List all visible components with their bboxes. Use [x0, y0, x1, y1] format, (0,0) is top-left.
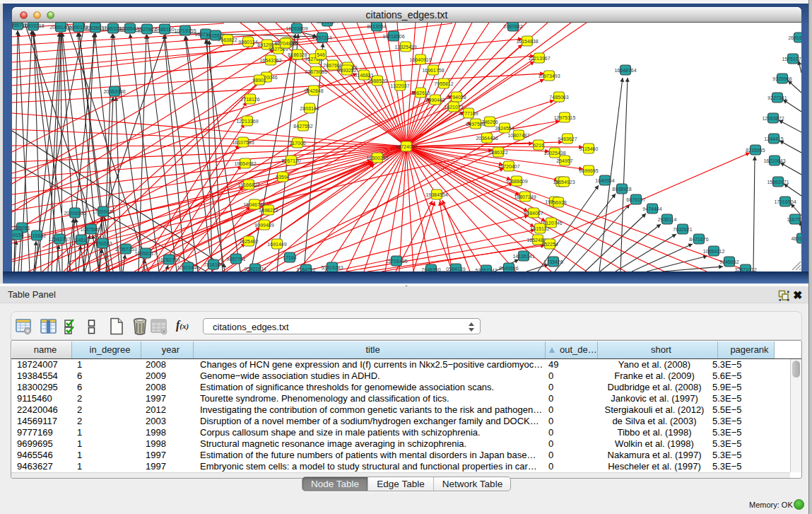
svg-text:14136141: 14136141 — [512, 254, 534, 259]
svg-text:53419283: 53419283 — [321, 265, 343, 270]
svg-text:12213967: 12213967 — [528, 56, 550, 61]
svg-text:10958117: 10958117 — [135, 251, 157, 256]
svg-text:17164: 17164 — [283, 255, 297, 260]
svg-text:1621072: 1621072 — [444, 105, 463, 110]
svg-text:7625402: 7625402 — [239, 239, 258, 244]
svg-text:2087682: 2087682 — [503, 24, 522, 29]
svg-text:23675685: 23675685 — [305, 69, 326, 74]
svg-text:16046788: 16046788 — [243, 202, 265, 207]
svg-text:9227341: 9227341 — [767, 95, 787, 100]
svg-text:1691449: 1691449 — [267, 242, 286, 247]
svg-text:10807487: 10807487 — [507, 133, 529, 138]
svg-text:16543362: 16543362 — [259, 58, 281, 63]
svg-text:9699695: 9699695 — [579, 168, 598, 173]
svg-text:7857224: 7857224 — [312, 35, 331, 40]
svg-text:9099489: 9099489 — [254, 223, 273, 228]
svg-text:95931034: 95931034 — [244, 267, 266, 271]
svg-text:252254: 252254 — [541, 242, 558, 247]
svg-text:3498222: 3498222 — [259, 208, 278, 213]
svg-text:26916697: 26916697 — [788, 35, 801, 40]
svg-text:8849696: 8849696 — [499, 266, 518, 271]
svg-text:48018451: 48018451 — [791, 236, 801, 241]
svg-text:15716485: 15716485 — [385, 259, 407, 264]
svg-text:546: 546 — [317, 52, 325, 57]
svg-text:10433218: 10433218 — [22, 23, 44, 28]
svg-text:8813054: 8813054 — [367, 24, 386, 29]
svg-text:18300295: 18300295 — [366, 156, 388, 160]
svg-text:0564139: 0564139 — [446, 267, 465, 271]
svg-text:1640954: 1640954 — [595, 178, 614, 183]
svg-text:1362615: 1362615 — [411, 90, 430, 95]
svg-text:7632621: 7632621 — [673, 227, 692, 232]
svg-text:1244415: 1244415 — [764, 136, 783, 141]
svg-text:20206535: 20206535 — [64, 211, 86, 216]
svg-text:2588520: 2588520 — [367, 78, 387, 83]
svg-text:16648764: 16648764 — [614, 68, 636, 73]
svg-text:12923446: 12923446 — [177, 265, 199, 270]
svg-text:317006: 317006 — [289, 141, 305, 146]
svg-text:254957: 254957 — [556, 158, 572, 163]
svg-text:9115460: 9115460 — [579, 146, 599, 151]
svg-text:12213369: 12213369 — [236, 119, 258, 124]
svg-text:20053346: 20053346 — [103, 89, 125, 94]
svg-text:19166827: 19166827 — [237, 182, 259, 187]
svg-text:11615594: 11615594 — [317, 23, 339, 24]
svg-text:53767242: 53767242 — [475, 268, 497, 272]
svg-text:6794028: 6794028 — [447, 95, 466, 100]
svg-text:7886322: 7886322 — [488, 150, 507, 155]
svg-text:8215955: 8215955 — [746, 148, 765, 153]
svg-text:2803144: 2803144 — [300, 106, 319, 111]
svg-text:756928: 756928 — [550, 200, 566, 205]
svg-text:15720407: 15720407 — [498, 164, 519, 169]
svg-text:98901: 98901 — [252, 78, 266, 83]
svg-text:18807249: 18807249 — [514, 194, 536, 199]
svg-text:12975115: 12975115 — [554, 115, 576, 120]
svg-text:16107553: 16107553 — [232, 140, 254, 145]
svg-text:15692971: 15692971 — [767, 180, 789, 185]
svg-text:53594: 53594 — [276, 175, 290, 180]
svg-text:19384554: 19384554 — [425, 192, 447, 197]
svg-text:10688609: 10688609 — [505, 179, 527, 184]
svg-text:2935114: 2935114 — [658, 217, 677, 222]
svg-text:9329966: 9329966 — [772, 76, 792, 81]
svg-text:20364436: 20364436 — [476, 136, 498, 141]
svg-text:9245652: 9245652 — [719, 259, 739, 264]
svg-text:8267130: 8267130 — [281, 158, 300, 163]
svg-text:1615132: 1615132 — [530, 226, 549, 231]
svg-text:7485063: 7485063 — [549, 95, 568, 100]
svg-text:10973493: 10973493 — [538, 74, 560, 78]
svg-text:3164752: 3164752 — [296, 267, 315, 272]
svg-text:10654112: 10654112 — [703, 249, 725, 254]
svg-text:16961758: 16961758 — [422, 68, 444, 73]
svg-text:16154838: 16154838 — [516, 39, 538, 44]
svg-text:8990448: 8990448 — [425, 98, 445, 103]
svg-text:6466160: 6466160 — [155, 27, 174, 32]
svg-text:10719155: 10719155 — [174, 28, 196, 33]
svg-text:19654982: 19654982 — [234, 161, 256, 166]
svg-text:9084067: 9084067 — [524, 211, 543, 216]
svg-text:1115682: 1115682 — [28, 233, 46, 238]
svg-text:13325419: 13325419 — [394, 45, 416, 49]
svg-text:4893252: 4893252 — [337, 68, 356, 73]
svg-text:9463627: 9463627 — [558, 136, 577, 141]
svg-text:15751074: 15751074 — [782, 57, 801, 62]
svg-text:19654923: 19654923 — [553, 180, 575, 185]
svg-text:9860124: 9860124 — [238, 40, 257, 45]
svg-text:6497508: 6497508 — [466, 122, 485, 127]
svg-text:2718126: 2718126 — [240, 97, 259, 102]
svg-text:17957253: 17957253 — [114, 247, 136, 252]
svg-text:8471676: 8471676 — [689, 237, 708, 242]
svg-text:3624554: 3624554 — [495, 126, 514, 131]
svg-text:12342737: 12342737 — [48, 237, 70, 242]
svg-text:32871012: 32871012 — [734, 267, 756, 272]
svg-text:16640910: 16640910 — [409, 57, 431, 62]
svg-text:8427552: 8427552 — [293, 124, 312, 129]
svg-text:39154: 39154 — [12, 233, 24, 238]
svg-text:12093872: 12093872 — [762, 116, 784, 121]
svg-text:9777169: 9777169 — [459, 111, 478, 116]
svg-text:10025438: 10025438 — [543, 151, 565, 156]
svg-text:10975867: 10975867 — [80, 227, 102, 232]
svg-text:16210643: 16210643 — [763, 158, 785, 163]
svg-text:8938928: 8938928 — [612, 187, 631, 192]
svg-text:7648350: 7648350 — [421, 267, 440, 272]
